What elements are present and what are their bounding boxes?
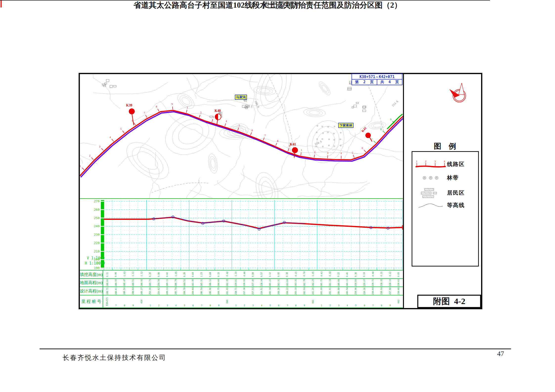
table-cell: 240.13	[343, 279, 352, 287]
table-cell: 3	[163, 295, 172, 308]
design-grade-line	[104, 217, 402, 228]
table-value: 8	[210, 305, 211, 308]
orchard-dot	[329, 139, 330, 140]
station-tick	[238, 128, 239, 130]
table-value: 5	[269, 305, 271, 308]
route-line-icon: 1 2 3 4	[415, 159, 447, 169]
elevation-tick-label: 250	[94, 216, 100, 220]
k42-marker	[365, 133, 371, 138]
table-cell: 248.60	[103, 279, 112, 287]
table-value: -1.10	[235, 271, 237, 277]
route-line	[416, 166, 446, 167]
building-footprint	[354, 105, 357, 107]
table-cell: 241.22	[266, 279, 274, 287]
table-value: 0.08	[252, 272, 254, 277]
orchard-dot	[334, 126, 335, 127]
station-tick	[91, 158, 93, 160]
table-value: 3	[167, 305, 168, 308]
table-cell: 1	[146, 295, 155, 308]
table-cell: 243.31	[291, 279, 300, 287]
route-symbol: 1 2 3 4	[414, 159, 447, 169]
table-value: -1.12	[140, 271, 143, 277]
table-value: 243.95	[192, 279, 194, 286]
table-cell: K42	[394, 295, 403, 308]
contour-closed	[180, 96, 191, 106]
table-cell: 244.52	[180, 279, 189, 287]
table-cell: -1.13	[129, 270, 137, 278]
table-value: 4	[261, 305, 262, 308]
orchard-dot	[340, 139, 341, 140]
table-value: 248.64	[132, 288, 134, 295]
table-cell: 238.04	[377, 287, 386, 295]
station-tick-number: 5	[239, 124, 240, 127]
table-value: 5	[184, 305, 185, 308]
table-cell: 238.35	[377, 279, 386, 287]
table-cell: 241.20	[309, 287, 317, 295]
table-value: 9	[218, 305, 219, 308]
contour-closed	[256, 87, 273, 95]
table-cell: -0.18	[326, 270, 334, 278]
table-value: 241.20	[312, 288, 314, 295]
residential-block	[421, 192, 431, 194]
orchard-dot	[328, 126, 329, 127]
table-cell: 239.81	[232, 279, 240, 287]
station-tick	[101, 148, 103, 150]
table-value: 248.92	[140, 279, 143, 286]
table-value: 2	[330, 305, 331, 308]
table-value: -0.18	[329, 271, 331, 277]
panel-divider	[403, 73, 404, 309]
orchard-dot	[327, 132, 328, 133]
contour-closed	[175, 91, 197, 112]
table-value: 248.61	[115, 288, 117, 295]
table-value: 2	[158, 305, 159, 308]
table-value: 242.25	[312, 279, 314, 286]
station-tick-number: 6	[362, 147, 363, 149]
orchard-dot	[333, 133, 334, 134]
table-cell: 239.96	[352, 287, 360, 295]
table-cell: 4	[343, 295, 352, 308]
table-value: -0.74	[303, 271, 306, 277]
tree-dot	[436, 177, 437, 178]
table-cell: 238.68	[394, 287, 403, 295]
k41-marker	[292, 147, 298, 153]
table-cell: 241.93	[223, 287, 232, 295]
residential-block	[422, 195, 434, 198]
table-cell: 6	[360, 295, 369, 308]
station-tick	[225, 123, 226, 126]
table-value: 238.04	[380, 288, 383, 295]
table-value: 239.96	[355, 288, 357, 295]
table-cell: 9	[129, 295, 137, 308]
figure-number-box: 附图 4-2	[417, 295, 481, 308]
table-cell: 0.84	[206, 270, 215, 278]
table-value: 239.07	[363, 279, 366, 286]
table-value: 9	[133, 305, 134, 308]
table-cell: 241.19	[326, 279, 334, 287]
table-value: -0.42	[226, 271, 228, 277]
table-cell: 243.10	[291, 287, 300, 295]
tree-dot	[430, 177, 431, 178]
table-cell: 241.09	[317, 287, 326, 295]
legend-item-contour: 等高线	[414, 201, 465, 209]
building-footprint	[356, 102, 358, 104]
table-value: 237.88	[389, 288, 391, 295]
table-cell: 0.02	[163, 270, 172, 278]
table-value: 240.88	[338, 288, 340, 295]
table-value: 244.22	[286, 288, 289, 295]
table-value: 248.55	[115, 279, 117, 286]
table-row: 里 程 桩 号K38+571789K39123456789K4012345678…	[80, 295, 403, 308]
table-value: -0.63	[320, 271, 323, 277]
table-cell: 244.78	[180, 287, 189, 295]
profile-data-table: 填挖高度(m)0.110.06-1.03-1.13-1.120.350.060.…	[80, 270, 403, 308]
route-tick-1: 1	[416, 160, 418, 163]
contour-closed	[209, 156, 217, 171]
table-cell: 238.63	[394, 279, 403, 287]
station-tick	[146, 115, 147, 118]
station-tick	[112, 139, 113, 141]
road-alignment	[80, 110, 403, 177]
table-value: 7	[201, 305, 202, 308]
station-tick-number: 2	[89, 154, 90, 157]
contour-symbol	[414, 201, 447, 209]
orchard-dot	[340, 132, 341, 133]
table-cell: 244.22	[283, 287, 292, 295]
table-value: 243.31	[278, 279, 280, 286]
